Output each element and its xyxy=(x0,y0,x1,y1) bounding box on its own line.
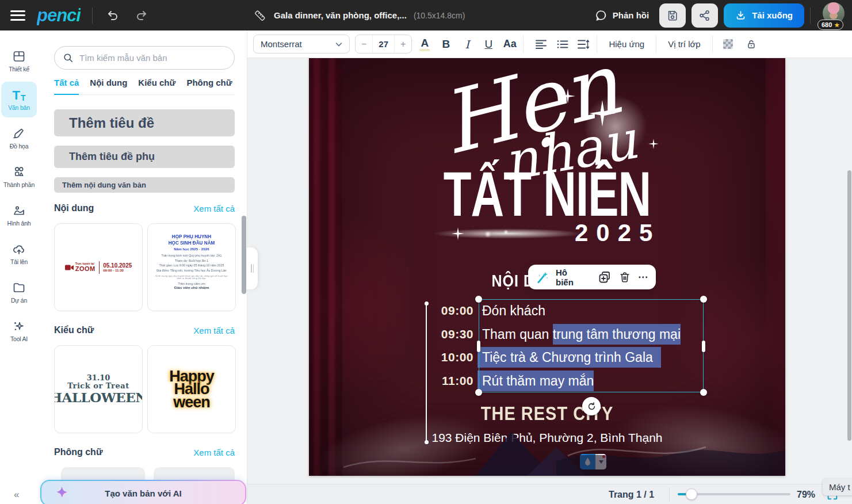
sidebar-item-components[interactable]: Thành phần xyxy=(1,159,37,194)
font-size-decrease-button[interactable]: − xyxy=(356,35,372,53)
content-section-header: Nội dung Xem tất cả xyxy=(54,203,235,213)
poster-title[interactable]: TẤT NIÊN xyxy=(321,158,774,230)
font-section-header: Phông chữ Xem tất cả xyxy=(54,447,235,457)
rotate-icon xyxy=(587,402,597,411)
agenda-textbox[interactable]: Đón khách Tham quan trung tâm thương mại… xyxy=(482,299,708,392)
add-subheading-button[interactable]: Thêm tiêu đề phụ xyxy=(54,146,235,168)
agenda-row: Đón khách xyxy=(482,299,708,323)
share-button[interactable] xyxy=(691,3,718,28)
bullet-list-button[interactable] xyxy=(553,35,571,54)
font-size-value[interactable]: 27 xyxy=(372,35,395,53)
panel-scrollbar[interactable] xyxy=(242,216,246,294)
search-icon xyxy=(63,52,74,63)
see-all-fonts-link[interactable]: Xem tất cả xyxy=(193,448,235,457)
layer-position-button[interactable]: Vị trí lớp xyxy=(661,39,708,49)
add-body-text-button[interactable]: Thêm nội dung văn bản xyxy=(54,177,235,193)
page-scrollbar[interactable] xyxy=(847,170,851,441)
zoom-slider-thumb[interactable] xyxy=(686,488,697,500)
transparency-button[interactable] xyxy=(723,39,733,49)
divider xyxy=(523,36,524,53)
penci-logo: penci xyxy=(37,5,81,26)
collapse-sidebar-button[interactable]: « xyxy=(14,489,19,501)
delete-button[interactable] xyxy=(618,270,632,285)
style-section-header: Kiểu chữ Xem tất cả xyxy=(54,325,235,335)
menu-icon[interactable] xyxy=(10,10,25,21)
sidebar-item-text[interactable]: T T Văn bản xyxy=(1,82,37,117)
lock-button[interactable] xyxy=(743,35,760,54)
credits-badge[interactable]: 680 ★ xyxy=(817,20,843,30)
font-size-stepper: − 27 + xyxy=(355,35,412,54)
agenda-times[interactable]: 09:00 09:30 10:00 11:00 xyxy=(423,299,473,392)
glow-decoration xyxy=(503,230,509,235)
see-all-content-link[interactable]: Xem tất cả xyxy=(193,204,235,213)
see-all-styles-link[interactable]: Xem tất cả xyxy=(193,326,235,335)
poster-year[interactable]: 2025 xyxy=(575,219,660,247)
tab-content[interactable]: Nội dung xyxy=(90,78,127,89)
tab-all[interactable]: Tất cả xyxy=(54,78,79,89)
shapes-icon xyxy=(12,165,26,179)
app-window: penci Gala dinner, văn phòng, office,...… xyxy=(0,0,852,504)
document-title[interactable]: Gala dinner, văn phòng, office,... xyxy=(274,10,407,20)
align-button[interactable] xyxy=(532,35,549,54)
add-heading-button[interactable]: Thêm tiêu đề xyxy=(54,109,235,136)
create-text-with-ai-button[interactable]: ✦ Tạo văn bản với AI xyxy=(40,480,246,504)
sidebar-item-design[interactable]: Thiết kế xyxy=(1,43,37,79)
text-case-button[interactable]: Aa xyxy=(501,35,518,54)
zoom-slider[interactable] xyxy=(678,493,790,495)
upload-cloud-icon xyxy=(12,242,26,256)
feedback-button[interactable]: Phản hồi xyxy=(595,9,649,22)
bottom-bar: Trang 1 / 1 79% Máy t xyxy=(247,484,852,504)
sidebar-item-ai-tool[interactable]: Tool AI xyxy=(1,313,37,349)
duplicate-button[interactable] xyxy=(598,270,612,285)
agenda-time: 10:00 xyxy=(423,346,473,369)
agenda-row: Tiệc trà & Chương trình Gala xyxy=(482,346,708,369)
more-options-button[interactable]: ⋯ xyxy=(638,271,648,283)
bold-button[interactable]: B xyxy=(437,35,454,54)
tab-fonts[interactable]: Phông chữ xyxy=(186,78,232,89)
template-card-zoom[interactable]: Trực tuyến tại ZOOM 05.10.2025 09:00 - 1… xyxy=(54,223,143,311)
line-spacing-button[interactable] xyxy=(575,35,592,54)
rotate-handle[interactable] xyxy=(582,397,601,415)
redo-button[interactable] xyxy=(133,7,150,24)
template-card-meeting[interactable]: HỌP PHỤ HUYNH HỌC SINH ĐẦU NĂM Năm học 2… xyxy=(147,223,236,311)
template-card-happy-halloween[interactable]: Happy Hallo ween xyxy=(147,345,236,433)
sparkles-icon xyxy=(12,319,26,333)
bullet-list-icon xyxy=(556,39,568,49)
effects-button[interactable]: Hiệu ứng xyxy=(602,39,651,49)
italic-button[interactable]: I xyxy=(459,35,476,54)
align-left-icon xyxy=(535,39,547,49)
ruler-icon xyxy=(253,9,267,22)
agenda-time: 09:30 xyxy=(423,323,473,346)
download-button[interactable]: Tải xuống xyxy=(724,3,804,28)
magic-edit-button[interactable]: Hô biến xyxy=(556,268,586,287)
top-bar: penci Gala dinner, văn phòng, office,...… xyxy=(0,0,852,30)
magic-wand-icon[interactable] xyxy=(536,270,550,285)
poster-canvas[interactable]: Hẹn nhau TẤT NIÊN 2025 NỘI DUNG 09:00 09… xyxy=(309,58,785,476)
download-label: Tải xuống xyxy=(752,10,793,20)
undo-button[interactable] xyxy=(104,7,121,24)
divider xyxy=(656,36,656,53)
sidebar-item-upload[interactable]: Tải lên xyxy=(1,236,37,272)
text-color-button[interactable]: A xyxy=(416,35,433,54)
panel-collapse-handle[interactable] xyxy=(247,247,258,289)
feedback-label: Phản hồi xyxy=(613,10,649,20)
search-input[interactable] xyxy=(79,53,217,63)
text-panel: Tất cả Nội dung Kiểu chữ Phông chữ Thêm … xyxy=(38,30,247,504)
video-camera-icon xyxy=(65,264,74,271)
sidebar-item-projects[interactable]: Dự án xyxy=(1,274,37,310)
font-size-increase-button[interactable]: + xyxy=(395,35,411,53)
underline-button[interactable]: U xyxy=(480,35,497,54)
save-icon xyxy=(666,9,679,22)
tab-text-styles[interactable]: Kiểu chữ xyxy=(138,78,175,89)
trash-icon xyxy=(618,271,631,284)
divider xyxy=(669,487,670,502)
template-card-halloween[interactable]: 31.10 Trick or Treat HALLOWEEN xyxy=(54,345,143,433)
save-button[interactable] xyxy=(659,3,686,28)
undo-icon xyxy=(106,9,120,22)
search-box[interactable] xyxy=(54,46,235,70)
glow-decoration xyxy=(484,231,491,238)
font-family-select[interactable]: Montserrat xyxy=(253,35,350,54)
sidebar-item-graphics[interactable]: Đồ họa xyxy=(1,120,37,156)
agenda-row: Rút thăm may mắn xyxy=(482,369,708,393)
sidebar-item-images[interactable]: Hình ảnh xyxy=(1,197,37,233)
